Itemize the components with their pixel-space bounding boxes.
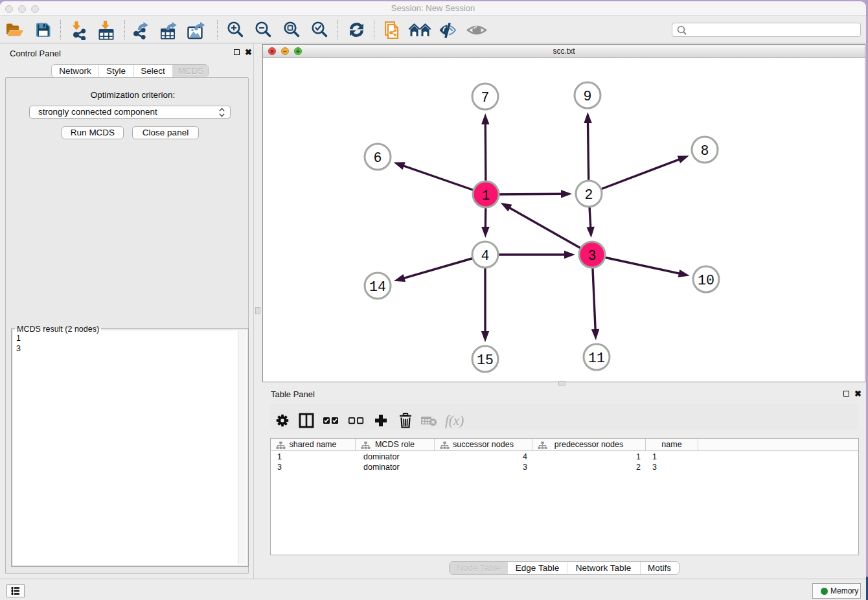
svg-text:1: 1 <box>482 188 490 203</box>
svg-text:7: 7 <box>481 90 490 106</box>
svg-text:9: 9 <box>584 89 592 104</box>
svg-text:15: 15 <box>477 352 494 368</box>
svg-text:3: 3 <box>588 248 597 264</box>
svg-text:11: 11 <box>588 351 605 366</box>
svg-text:14: 14 <box>369 279 386 295</box>
svg-text:2: 2 <box>585 187 593 203</box>
svg-text:4: 4 <box>481 248 490 264</box>
svg-text:6: 6 <box>374 150 382 166</box>
svg-text:8: 8 <box>701 143 709 159</box>
svg-text:10: 10 <box>698 273 714 288</box>
